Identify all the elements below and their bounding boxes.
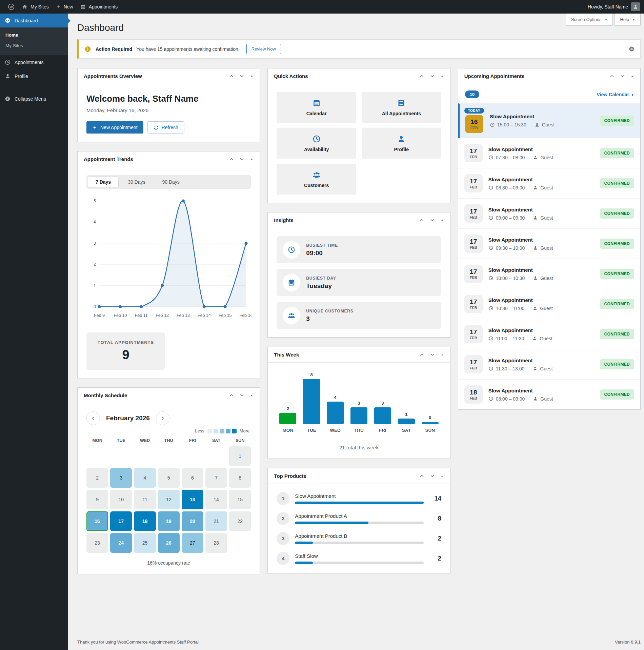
- admin-bar-new[interactable]: New: [52, 0, 77, 14]
- appointment-item[interactable]: 17FEBSlow Appointment10:30 – 11:00GuestC…: [458, 289, 640, 319]
- appointment-item[interactable]: TODAY16FEBSlow Appointment15:00 – 15:30G…: [458, 103, 640, 138]
- move-up-icon[interactable]: [419, 352, 424, 357]
- collapse-panel-icon[interactable]: [440, 218, 444, 222]
- move-down-icon[interactable]: [239, 157, 244, 162]
- calendar-day-4[interactable]: 4: [134, 468, 156, 488]
- quick-action-label: Customers: [304, 183, 329, 188]
- sidebar-item-home[interactable]: Home: [0, 30, 68, 40]
- calendar-day-5[interactable]: 5: [158, 468, 180, 488]
- calendar-day-24[interactable]: 24: [110, 533, 132, 553]
- calendar-day-16[interactable]: 16: [86, 511, 108, 531]
- calendar-day-3[interactable]: 3: [110, 468, 132, 488]
- admin-bar-my-sites[interactable]: My Sites: [18, 0, 52, 14]
- calendar-day-19[interactable]: 19: [158, 511, 180, 531]
- appointment-item[interactable]: 17FEBSlow Appointment10:00 – 10:30GuestC…: [458, 259, 640, 289]
- calendar-day-number: 10: [118, 497, 124, 502]
- calendar-day-22[interactable]: 22: [229, 511, 251, 531]
- review-now-button[interactable]: Review Now: [246, 44, 281, 54]
- move-down-icon[interactable]: [239, 393, 244, 398]
- view-calendar-link[interactable]: View Calendar ›: [597, 92, 633, 98]
- calendar-day-17[interactable]: 17: [110, 511, 132, 531]
- previous-month-button[interactable]: [86, 411, 100, 425]
- trend-tab-90-days[interactable]: 90 Days: [155, 177, 187, 187]
- calendar-day-6[interactable]: 6: [182, 468, 203, 488]
- appointment-item[interactable]: 17FEBSlow Appointment11:00 – 11:30GuestC…: [458, 319, 640, 349]
- move-down-icon[interactable]: [239, 74, 244, 79]
- move-down-icon[interactable]: [430, 473, 435, 479]
- help-label: Help: [620, 17, 629, 22]
- status-badge: CONFIRMED: [600, 178, 634, 188]
- calendar-day-21[interactable]: 21: [205, 511, 227, 531]
- collapse-panel-icon[interactable]: [250, 393, 254, 397]
- collapse-menu-button[interactable]: Collapse Menu: [0, 92, 68, 106]
- calendar-day-28[interactable]: 28: [205, 533, 227, 553]
- refresh-button[interactable]: Refresh: [147, 121, 184, 134]
- calendar-day-8[interactable]: 8: [229, 468, 251, 488]
- sidebar-item-my-sites[interactable]: My Sites: [0, 40, 68, 51]
- calendar-day-14[interactable]: 14: [205, 490, 227, 509]
- dismiss-notice-button[interactable]: [628, 46, 635, 52]
- move-up-icon[interactable]: [609, 74, 615, 79]
- sidebar-item-dashboard[interactable]: Dashboard: [0, 14, 68, 27]
- top-product-row: 2Appointment Product A8: [277, 512, 441, 525]
- move-up-icon[interactable]: [419, 473, 424, 479]
- appointment-item[interactable]: 17FEBSlow Appointment11:30 – 13:00GuestC…: [458, 349, 640, 379]
- calendar-day-10[interactable]: 10: [110, 490, 132, 509]
- quick-action-customers[interactable]: Customers: [277, 164, 356, 195]
- calendar-day-7[interactable]: 7: [205, 468, 227, 488]
- trend-tab-30-days[interactable]: 30 Days: [120, 177, 153, 187]
- appointment-item[interactable]: 17FEBSlow Appointment09:00 – 09:30GuestC…: [458, 198, 640, 228]
- my-sites-label: My Sites: [31, 4, 49, 9]
- quick-action-all-appointments[interactable]: All Appointments: [362, 92, 441, 123]
- quick-action-profile[interactable]: Profile: [362, 128, 441, 159]
- collapse-panel-icon[interactable]: [630, 74, 634, 78]
- appointment-item[interactable]: 17FEBSlow Appointment09:30 – 10:00GuestC…: [458, 228, 640, 259]
- calendar-day-13[interactable]: 13: [182, 490, 203, 509]
- calendar-day-27[interactable]: 27: [182, 533, 203, 553]
- appointment-item[interactable]: 18FEBSlow Appointment08:00 – 09:00GuestC…: [458, 379, 640, 409]
- next-month-button[interactable]: [156, 411, 169, 425]
- calendar-day-11[interactable]: 11: [134, 490, 156, 509]
- calendar-day-25[interactable]: 25: [134, 533, 156, 553]
- appointment-item[interactable]: 17FEBSlow Appointment08:30 – 09:00GuestC…: [458, 168, 640, 198]
- sidebar-item-appointments[interactable]: Appointments: [0, 55, 68, 69]
- collapse-panel-icon[interactable]: [440, 474, 444, 478]
- move-down-icon[interactable]: [430, 74, 435, 79]
- quick-action-availability[interactable]: Availability: [277, 128, 356, 159]
- calendar-day-26[interactable]: 26: [158, 533, 180, 553]
- trend-tab-7-days[interactable]: 7 Days: [88, 177, 119, 187]
- calendar-day-15[interactable]: 15: [229, 490, 251, 509]
- move-down-icon[interactable]: [430, 352, 435, 357]
- move-up-icon[interactable]: [419, 74, 424, 79]
- move-up-icon[interactable]: [229, 74, 234, 79]
- collapse-panel-icon[interactable]: [250, 157, 254, 161]
- appointment-item[interactable]: 17FEBSlow Appointment07:30 – 08:00GuestC…: [458, 138, 640, 168]
- new-appointment-button[interactable]: New Appointment: [86, 121, 143, 134]
- calendar-day-23[interactable]: 23: [86, 533, 108, 553]
- screen-options-button[interactable]: Screen Options ▼: [566, 14, 613, 26]
- calendar-day-18[interactable]: 18: [134, 511, 156, 531]
- bar-day-label: MON: [283, 428, 294, 433]
- admin-bar-appointments[interactable]: Appointments: [77, 0, 121, 14]
- move-down-icon[interactable]: [430, 218, 435, 223]
- avatar[interactable]: [631, 2, 640, 11]
- status-badge: CONFIRMED: [600, 116, 634, 126]
- move-down-icon[interactable]: [620, 74, 625, 79]
- collapse-panel-icon[interactable]: [440, 74, 444, 78]
- help-button[interactable]: Help ▼: [615, 14, 641, 26]
- calendar-day-20[interactable]: 20: [182, 511, 203, 531]
- calendar-day-9[interactable]: 9: [86, 490, 108, 509]
- sidebar-item-profile[interactable]: Profile: [0, 69, 68, 83]
- calendar-day-12[interactable]: 12: [158, 490, 180, 509]
- move-up-icon[interactable]: [419, 218, 424, 223]
- calendar-day-1[interactable]: 1: [229, 446, 251, 466]
- calendar-empty-cell: [86, 446, 108, 466]
- collapse-panel-icon[interactable]: [440, 353, 444, 357]
- howdy-text[interactable]: Howdy, Staff Name: [588, 4, 628, 9]
- collapse-panel-icon[interactable]: [250, 74, 254, 78]
- wordpress-logo-menu[interactable]: W: [4, 0, 18, 14]
- move-up-icon[interactable]: [229, 157, 234, 162]
- move-up-icon[interactable]: [229, 393, 234, 398]
- quick-action-calendar[interactable]: Calendar: [277, 92, 356, 123]
- calendar-day-2[interactable]: 2: [86, 468, 108, 488]
